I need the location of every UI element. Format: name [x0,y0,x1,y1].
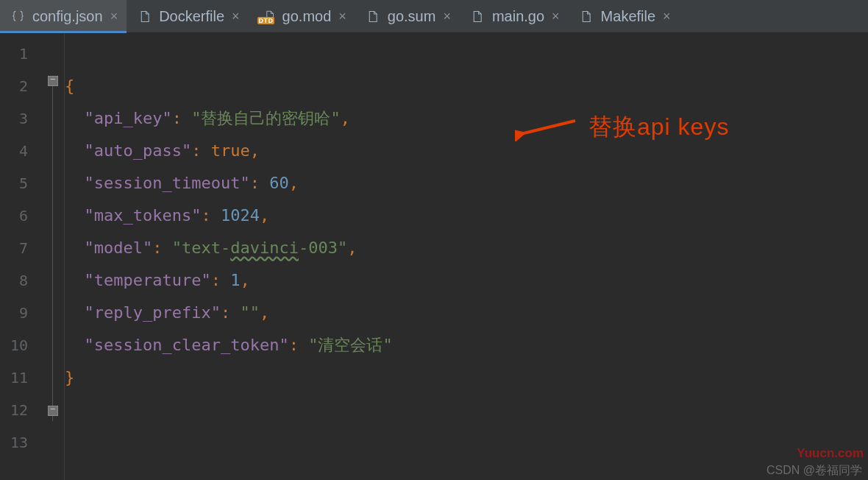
code-line-entry[interactable]: "max_tokens": 1024, [65,200,868,232]
line-number: 5 [0,167,41,200]
line-number: 2 [0,70,41,102]
code-line-blank[interactable] [65,38,868,70]
code-line-entry[interactable]: "reply_prefix": "", [65,297,868,329]
tab-config-json[interactable]: config.json× [0,0,127,32]
close-icon[interactable]: × [552,10,560,23]
code-line-entry[interactable]: "temperature": 1, [65,264,868,297]
code-line-entry[interactable]: "model": "text-davinci-003", [65,232,868,264]
code-line-entry[interactable]: "api_key": "替换自己的密钥哈", [65,102,868,135]
fold-guide-line [52,86,53,421]
line-number: 8 [0,264,41,297]
file-icon [137,8,152,24]
close-icon[interactable]: × [110,10,118,23]
code-editor[interactable]: 12345678910111213 { "api_key": "替换自己的密钥哈… [0,33,868,480]
code-line-entry[interactable]: "auto_pass": true, [65,135,868,167]
tab-label: config.json [32,8,103,25]
tab-makefile[interactable]: Makefile× [569,0,680,32]
line-number: 13 [0,426,41,459]
json-key: "model" [85,239,153,257]
fold-handle-close[interactable] [48,406,58,416]
code-content[interactable]: { "api_key": "替换自己的密钥哈", "auto_pass": tr… [65,33,868,480]
line-number: 11 [0,361,41,394]
line-number: 4 [0,135,41,167]
tab-bar: config.json× Dockerfile× DTDgo.mod× go.s… [0,0,868,33]
json-key: "session_clear_token" [85,336,289,354]
line-number: 10 [0,329,41,361]
code-line-entry[interactable]: "session_clear_token": "清空会话" [65,329,868,361]
tab-label: main.go [492,8,544,25]
tab-main-go[interactable]: main.go× [460,0,569,32]
code-line-close-brace[interactable]: } [65,361,868,394]
dtd-file-icon: DTD [259,8,275,24]
code-line-entry[interactable]: "session_timeout": 60, [65,167,868,200]
json-key: "api_key" [85,109,172,127]
tab-go-sum[interactable]: go.sum× [355,0,460,32]
code-line-blank[interactable] [65,394,868,426]
json-key: "reply_prefix" [85,303,221,322]
line-number-gutter: 12345678910111213 [0,33,41,480]
fold-handle-open[interactable] [48,76,58,86]
code-line-blank[interactable] [65,426,868,459]
tab-go-mod[interactable]: DTDgo.mod× [249,0,355,32]
file-icon [366,8,380,24]
tab-label: go.mod [282,8,332,25]
dtd-badge-label: DTD [257,17,275,24]
close-icon[interactable]: × [663,10,671,23]
line-number: 1 [0,38,41,70]
line-number: 12 [0,394,41,426]
fold-column [41,33,65,480]
line-number: 6 [0,200,41,232]
json-key: "max_tokens" [85,206,202,225]
file-icon [470,8,485,24]
json-key: "auto_pass" [85,141,192,160]
close-icon[interactable]: × [338,10,346,23]
json-key: "temperature" [85,271,211,289]
tab-label: go.sum [388,8,436,25]
line-number: 9 [0,297,41,329]
tab-dockerfile[interactable]: Dockerfile× [127,0,248,32]
line-number: 7 [0,232,41,264]
tab-label: Makefile [601,8,655,25]
watermark-author: CSDN @卷福同学 [766,463,862,479]
json-file-icon [10,8,25,24]
code-line-open-brace[interactable]: { [65,70,868,102]
close-icon[interactable]: × [443,10,451,23]
file-icon [579,8,594,24]
close-icon[interactable]: × [232,10,240,23]
line-number: 3 [0,102,41,135]
watermark-site: Yuucn.com [797,446,864,461]
json-key: "session_timeout" [85,174,250,192]
tab-label: Dockerfile [159,8,224,25]
